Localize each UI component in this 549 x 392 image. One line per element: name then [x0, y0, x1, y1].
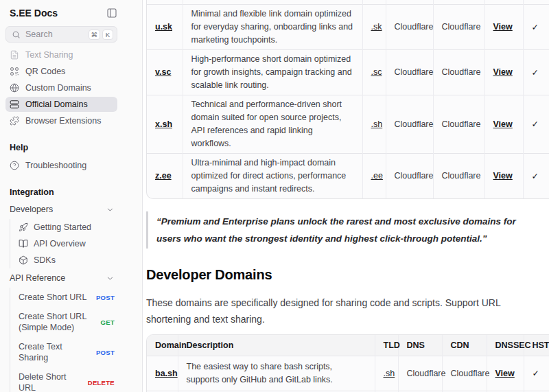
domain-link[interactable]: v.sc: [155, 67, 171, 77]
sidebar-item-text-sharing[interactable]: Text Sharing: [5, 47, 117, 62]
chevron-down-icon: [106, 205, 115, 214]
dns-value: Cloudflare: [386, 95, 433, 153]
globe-icon: [10, 83, 19, 93]
dns-value: Cloudflare: [386, 49, 433, 95]
group-api-reference[interactable]: API Reference: [0, 270, 115, 286]
help-circle-icon: [10, 161, 19, 170]
app-window: S.EE Docs Search ⌘ K Text Sharing QR Cod…: [0, 0, 549, 392]
api-reference-sub-list: Create Short URL POST Create Short URL (…: [10, 288, 117, 392]
cdn-value: Cloudflare: [442, 356, 487, 391]
tld-link[interactable]: .sk: [371, 22, 382, 32]
developer-domains-table: Domain Description TLD DNS CDN DNSSEC HS…: [146, 334, 549, 392]
sidebar-item-api-overview[interactable]: API Overview: [16, 235, 117, 252]
method-badge: POST: [96, 294, 115, 301]
group-label-text: Developers: [10, 205, 53, 214]
dnssec-view-link[interactable]: View: [495, 369, 515, 378]
hsts-check-icon: ✓: [524, 356, 549, 391]
column-header-dnssec: DNSSEC: [487, 335, 524, 356]
sidebar-item-label: QR Codes: [25, 67, 65, 76]
dns-value: Cloudflare: [386, 4, 433, 49]
developers-sub-list: Getting Started API Overview SDKs: [10, 219, 117, 268]
sidebar-item-official-domains[interactable]: Official Domains: [5, 97, 117, 112]
cdn-value: Cloudflare: [433, 95, 484, 153]
domain-link[interactable]: x.sh: [155, 119, 172, 129]
domain-description: Technical and performance-driven short d…: [183, 95, 362, 153]
column-header-description: Description: [178, 335, 375, 356]
sidebar-item-delete-short-url[interactable]: Delete Short URL DELETE: [16, 367, 117, 392]
dnssec-view-link[interactable]: View: [493, 67, 513, 77]
search-placeholder: Search: [25, 30, 86, 39]
dnssec-view-link[interactable]: View: [493, 119, 513, 129]
sidebar-item-getting-started[interactable]: Getting Started: [16, 219, 117, 235]
search-icon: [12, 30, 21, 39]
sidebar-item-create-short-url[interactable]: Create Short URL POST: [16, 288, 117, 307]
sidebar-item-label: Text Sharing: [25, 50, 73, 60]
domain-description: The easiest way to share bash scripts, s…: [178, 356, 375, 391]
sidebar-item-label: Official Domains: [25, 100, 88, 109]
sidebar-item-custom-domains[interactable]: Custom Domains: [5, 80, 117, 95]
domain-link[interactable]: u.sk: [155, 22, 172, 32]
sidebar-item-label: Getting Started: [34, 222, 91, 232]
tld-link[interactable]: .ee: [371, 171, 383, 181]
puzzle-icon: [10, 116, 19, 126]
table-row: x.sh Technical and performance-driven sh…: [147, 95, 549, 153]
table-row: z.ee Ultra-minimal and high-impact domai…: [147, 153, 549, 198]
sidebar-item-troubleshooting[interactable]: Troubleshooting: [5, 158, 117, 173]
domain-description: Ultra-minimal and high-impact domain opt…: [183, 153, 362, 198]
app-title: S.EE Docs: [10, 8, 58, 19]
domain-link[interactable]: ba.sh: [155, 369, 178, 378]
qr-code-icon: [10, 67, 19, 76]
intro-paragraph: These domains are specifically designed …: [146, 295, 544, 327]
search-input[interactable]: Search ⌘ K: [5, 26, 117, 43]
dnssec-view-link[interactable]: View: [493, 171, 513, 181]
section-heading-help: Help: [0, 143, 142, 152]
tld-link[interactable]: .sc: [371, 67, 382, 77]
cdn-value: Cloudflare: [433, 4, 484, 49]
group-developers[interactable]: Developers: [0, 201, 115, 218]
group-label-text: API Reference: [10, 273, 65, 283]
file-text-icon: [10, 50, 19, 60]
sidebar-item-label: Create Short URL (Simple Mode): [19, 311, 93, 333]
kbd-command: ⌘: [89, 30, 101, 40]
column-header-cdn: CDN: [442, 335, 487, 356]
column-header-domain: Domain: [147, 335, 178, 356]
tld-link[interactable]: .sh: [371, 119, 383, 129]
table-row: ba.sh The easiest way to share bash scri…: [147, 356, 549, 391]
method-badge: POST: [96, 349, 115, 356]
sidebar-item-qr-codes[interactable]: QR Codes: [5, 64, 117, 79]
table-row: v.sc High-performance short domain optim…: [147, 49, 549, 95]
sidebar-item-label: Delete Short URL: [19, 371, 84, 392]
sidebar-item-create-text-sharing[interactable]: Create Text Sharing POST: [16, 337, 117, 367]
tld-link[interactable]: .sh: [384, 369, 395, 378]
domain-link[interactable]: z.ee: [155, 171, 172, 181]
sidebar-item-label: API Overview: [34, 239, 86, 249]
method-badge: GET: [101, 319, 115, 326]
dnssec-view-link[interactable]: View: [493, 22, 513, 32]
table-header-row: Domain Description TLD DNS CDN DNSSEC HS…: [147, 335, 549, 356]
hsts-check-icon: ✓: [523, 153, 549, 198]
cdn-value: Cloudflare: [433, 49, 484, 95]
sidebar-item-browser-extensions[interactable]: Browser Extensions: [5, 113, 117, 128]
sidebar-item-create-short-url-simple[interactable]: Create Short URL (Simple Mode) GET: [16, 307, 117, 337]
domain-description: High-performance short domain optimized …: [183, 49, 362, 95]
main-content: u.sk Minimal and flexible link domain op…: [143, 0, 549, 392]
column-header-tld: TLD: [375, 335, 398, 356]
sidebar-item-sdks[interactable]: SDKs: [16, 252, 117, 268]
sidebar-toggle-icon[interactable]: [106, 8, 117, 19]
package-icon: [19, 255, 28, 265]
book-open-icon: [19, 239, 28, 249]
premium-quote: “Premium and Enterprise plans unlock the…: [146, 211, 543, 249]
cdn-value: Cloudflare: [433, 153, 484, 198]
sidebar-item-label: Troubleshooting: [25, 161, 86, 170]
dns-value: Cloudflare: [398, 356, 442, 391]
sidebar-item-label: SDKs: [34, 255, 56, 265]
official-domains-table: u.sk Minimal and flexible link domain op…: [146, 0, 549, 199]
rocket-icon: [19, 222, 28, 232]
table-row: u.sk Minimal and flexible link domain op…: [147, 4, 549, 49]
method-badge: DELETE: [88, 379, 115, 387]
sidebar-item-label: Create Short URL: [19, 292, 86, 303]
dns-value: Cloudflare: [386, 153, 433, 198]
section-heading-integration: Integration: [0, 187, 142, 197]
hsts-check-icon: ✓: [523, 95, 549, 153]
primary-nav: Text Sharing QR Codes Custom Domains Off…: [5, 47, 117, 128]
